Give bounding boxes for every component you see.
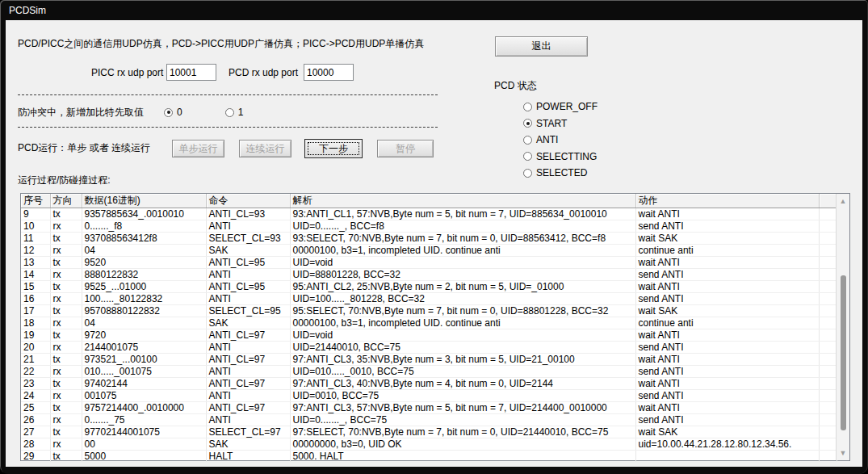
table-cell: SELECT_CL=95 <box>206 305 290 317</box>
table-row[interactable]: 23tx97402144ANTI_CL=9797:ANTI_CL3, 40:NV… <box>21 378 837 390</box>
table-row[interactable]: 16rx100....._80122832ANTIUID=100....._80… <box>21 293 837 305</box>
table-row[interactable]: 25tx9757214400_.0010000ANTI_CL=9797:ANTI… <box>21 402 837 414</box>
table-cell: 9520 <box>82 257 206 269</box>
table-cell: 97402144 <box>82 378 206 390</box>
table-cell: 18 <box>21 317 50 329</box>
radio-icon[interactable] <box>523 119 532 128</box>
table-row[interactable]: 15tx9525_...01000ANTI_CL=9595:ANTI_CL2, … <box>21 281 837 293</box>
table-cell: ANTI_CL=97 <box>206 378 290 390</box>
table-cell: UID=0......._, BCC=f8 <box>290 220 635 233</box>
table-row[interactable]: 18rx04SAK00000100, b3=1, incompleted UID… <box>21 317 837 329</box>
table-cell: 97:ANTI_CL3, 40:NVB,Byte num = 4, bit nu… <box>290 378 635 390</box>
table-cell: ANTI <box>206 269 290 281</box>
table-cell: 9357885634_.0010010 <box>82 208 206 220</box>
table-cell: 100....._80122832 <box>82 293 206 305</box>
scroll-down-icon[interactable]: ▼ <box>837 447 849 459</box>
table-cell: send ANTI <box>635 414 819 426</box>
anticollision-label: 防冲突中，新增加比特先取值 <box>18 106 144 120</box>
anticollision-option-1[interactable]: 1 <box>225 107 244 118</box>
table-cell: rx <box>50 245 82 257</box>
table-cell: ANTI <box>206 390 290 402</box>
table-row[interactable]: 20rx2144001075ANTIUID=21440010, BCC=75se… <box>21 342 837 354</box>
table-cell: ANTI <box>206 220 290 233</box>
column-header-empty[interactable] <box>819 194 837 208</box>
table-row[interactable]: 22rx010....._001075ANTIUID=010....._0010… <box>21 366 837 378</box>
table-cell: send ANTI <box>635 293 819 305</box>
table-row[interactable]: 29tx5000HALT5000. HALT <box>21 451 837 463</box>
log-table: 序号方向数据(16进制)命令解析动作 9tx9357885634_.001001… <box>20 193 850 461</box>
table-cell: 9525_...01000 <box>82 281 206 293</box>
radio-icon[interactable] <box>523 169 532 178</box>
column-header[interactable]: 命令 <box>206 194 290 208</box>
table-row[interactable]: 21tx973521_...00100ANTI_CL=9797:ANTI_CL3… <box>21 354 837 366</box>
pcd-state-option-start[interactable]: START <box>523 115 598 132</box>
table-row[interactable]: 9tx9357885634_.0010010ANTI_CL=9393:ANTI_… <box>21 208 837 220</box>
table-cell: rx <box>50 220 82 233</box>
table-cell: uid=10.00.44.21.28.12.80.12.34.56. <box>635 438 819 451</box>
column-header[interactable]: 方向 <box>50 194 82 208</box>
column-header[interactable]: 序号 <box>21 194 50 208</box>
continuous-run-button[interactable]: 连续运行 <box>239 140 291 157</box>
title-bar[interactable]: PCDSim <box>0 0 868 20</box>
radio-icon[interactable] <box>225 108 234 117</box>
radio-label: SELECTED <box>536 167 587 178</box>
table-cell: 93:SELECT, 70:NVB,Byte num = 7, bit num … <box>290 233 635 245</box>
table-cell <box>819 233 837 245</box>
pcd-state-option-anti[interactable]: ANTI <box>523 132 598 149</box>
table-row[interactable]: 24rx001075ANTIUID=0010, BCC=75send ANTI <box>21 390 837 402</box>
table-cell: tx <box>50 233 82 245</box>
table-cell <box>819 208 837 220</box>
table-row[interactable]: 28rx00SAK00000000, b3=0, UID OKuid=10.00… <box>21 438 837 451</box>
table-row[interactable]: 11tx937088563412f8SELECT_CL=9393:SELECT,… <box>21 233 837 245</box>
table-row[interactable]: 12rx04SAK00000100, b3=1, incompleted UID… <box>21 245 837 257</box>
table-cell: send ANTI <box>635 269 819 281</box>
anticollision-option-0[interactable]: 0 <box>164 107 182 118</box>
table-cell: rx <box>50 293 82 305</box>
radio-icon[interactable] <box>164 108 173 117</box>
radio-icon[interactable] <box>523 103 532 111</box>
table-cell: 5000. HALT <box>290 451 635 463</box>
pcd-port-input[interactable] <box>304 64 354 81</box>
table-cell: 04 <box>82 245 206 257</box>
table-cell <box>819 354 837 366</box>
table-cell <box>819 293 837 305</box>
table-row[interactable]: 14rx8880122832ANTIUID=88801228, BCC=32se… <box>21 269 837 281</box>
scrollbar-thumb[interactable] <box>841 275 846 430</box>
table-cell <box>819 245 837 257</box>
table-row[interactable]: 19tx9720ANTI_CL=97UID=voidwait ANTI <box>21 329 837 342</box>
table-cell: UID=void <box>290 329 635 342</box>
pause-button[interactable]: 暂停 <box>377 140 434 157</box>
picc-port-input[interactable] <box>166 64 216 81</box>
table-cell: 93:ANTI_CL1, 57:NVB,Byte num = 5, bit nu… <box>290 208 635 220</box>
table-cell <box>819 438 837 451</box>
table-row[interactable]: 26rx0......._75ANTIUID=0......._, BCC=75… <box>21 414 837 426</box>
table-cell: 0......._f8 <box>82 220 206 233</box>
table-row[interactable]: 17tx95708880122832SELECT_CL=9595:SELECT,… <box>21 305 837 317</box>
table-cell: rx <box>50 317 82 329</box>
pcd-state-option-power_off[interactable]: POWER_OFF <box>523 99 598 115</box>
table-cell <box>819 329 837 342</box>
table-row[interactable]: 13tx9520ANTI_CL=95UID=voidwait ANTI <box>21 257 837 269</box>
next-step-button[interactable]: 下一步 <box>304 139 363 158</box>
table-cell: 14 <box>21 269 50 281</box>
table-row[interactable]: 27tx97702144001075SELECT_CL=9797:SELECT,… <box>21 426 837 438</box>
single-step-run-button[interactable]: 单步运行 <box>172 140 224 157</box>
table-cell: 97:SELECT, 70:NVB,Byte num = 7, bit num … <box>290 426 635 438</box>
table-cell: 001075 <box>82 390 206 402</box>
radio-icon[interactable] <box>523 136 532 145</box>
table-cell: 04 <box>82 317 206 329</box>
scroll-up-icon[interactable]: ▲ <box>837 195 849 208</box>
pcd-state-option-selectting[interactable]: SELECTTING <box>523 149 598 166</box>
column-header[interactable]: 数据(16进制) <box>82 194 206 208</box>
column-header[interactable]: 动作 <box>635 194 819 208</box>
table-cell: 97702144001075 <box>82 426 206 438</box>
vertical-scrollbar[interactable]: ▲ ▼ <box>836 194 849 460</box>
table-row[interactable]: 10rx0......._f8ANTIUID=0......._, BCC=f8… <box>21 220 837 233</box>
exit-button[interactable]: 退出 <box>495 36 588 57</box>
table-cell: 29 <box>21 451 50 463</box>
table-cell: 00000100, b3=1, incompleted UID. continu… <box>290 317 635 329</box>
radio-icon[interactable] <box>523 152 532 161</box>
table-cell <box>819 269 837 281</box>
column-header[interactable]: 解析 <box>290 194 635 208</box>
pcd-state-option-selected[interactable]: SELECTED <box>523 165 598 182</box>
